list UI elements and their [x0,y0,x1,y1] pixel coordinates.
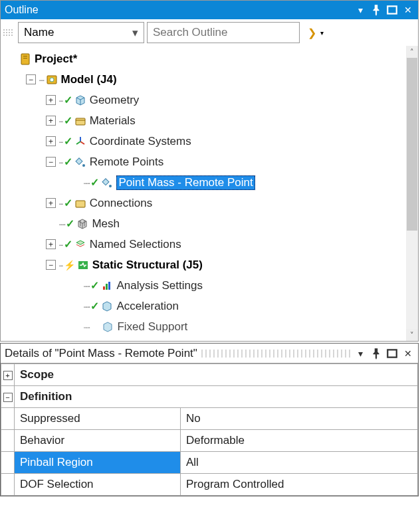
scroll-track[interactable] [406,58,418,329]
svg-rect-9 [103,178,110,185]
tree-node-geometry[interactable]: +··· ✓ Geometry [6,90,417,110]
tree-node-project[interactable]: Project* [6,49,417,69]
svg-rect-3 [23,58,27,58]
check-icon: ✓ [64,156,72,168]
menu-dropdown-icon[interactable]: ▾ [354,4,366,16]
section-scope[interactable]: + Scope [1,364,418,386]
check-icon: ✓ [66,217,74,230]
expand-toggle[interactable]: + [46,136,56,146]
behavior-key: Behavior [15,430,181,452]
outline-title: Outline [5,4,354,16]
tree-node-mesh[interactable]: ····· ✓ Mesh [6,213,417,234]
details-header: Details of "Point Mass - Remote Point" ▾… [1,344,418,363]
model-label: Model (J4) [61,73,117,86]
row-dof[interactable]: DOF Selection Program Controlled [1,474,418,496]
check-icon: ✓ [64,114,72,127]
scroll-up-icon[interactable]: ˄ [406,46,418,58]
details-title: Details of "Point Mass - Remote Point" [5,347,197,360]
remote-label: Remote Points [90,156,164,169]
tree-scrollbar[interactable]: ˄ ˅ [406,46,418,341]
analysis-icon [100,279,114,292]
filter-field-label: Name [24,26,54,39]
collapse-toggle[interactable]: − [3,393,13,402]
accel-label: Acceleration [116,300,179,313]
coord-label: Coordinate Systems [90,135,191,148]
svg-rect-2 [23,56,27,56]
tree-node-analysis[interactable]: ····· ✓ Analysis Settings [6,275,417,296]
svg-rect-15 [108,282,110,290]
row-behavior[interactable]: Behavior Deformable [1,430,418,452]
analysis-label: Analysis Settings [116,279,202,292]
geometry-icon [74,94,87,107]
tree-node-static[interactable]: −··· ⚡ Static Structural (J5) [6,255,417,275]
header-dots [201,350,350,358]
svg-point-8 [82,164,85,167]
suppressed-value[interactable]: No [181,408,418,430]
scroll-thumb[interactable] [407,58,417,231]
project-label: Project* [35,52,77,66]
section-definition[interactable]: − Definition [1,386,418,408]
svg-rect-14 [106,284,108,290]
coord-icon [74,135,87,148]
tree-container: Project* −···· Model (J4) +··· ✓ Geometr… [1,46,418,341]
grip-icon [3,25,13,41]
scroll-down-icon[interactable]: ˅ [406,329,418,341]
filter-field-select[interactable]: Name ▾ [18,22,144,43]
check-icon: ✓ [90,300,99,312]
pin-icon[interactable] [370,4,382,16]
row-suppressed[interactable]: Suppressed No [1,408,418,430]
dof-value[interactable]: Program Controlled [181,474,418,496]
details-grid: + Scope − Definition Suppressed No Behav… [1,363,418,496]
suppressed-key: Suppressed [15,408,181,430]
bolt-icon: ⚡ [64,260,75,270]
check-icon: ✓ [90,176,99,189]
expand-toggle[interactable]: + [46,116,56,126]
named-label: Named Selections [90,238,181,251]
collapse-toggle[interactable]: − [26,74,36,84]
search-input[interactable] [147,22,300,43]
tree-node-model[interactable]: −···· Model (J4) [6,69,417,90]
tree-node-remote[interactable]: −··· ✓ Remote Points [6,152,417,172]
svg-rect-7 [76,157,82,164]
expand-toggle[interactable]: + [3,371,13,380]
tree-node-named[interactable]: +··· ✓ Named Selections [6,234,417,255]
collapse-toggle[interactable]: − [46,260,56,270]
pinball-key: Pinball Region [15,452,181,474]
tree-node-coord[interactable]: +··· ✓ Coordinate Systems [6,131,417,152]
check-icon: ✓ [64,238,72,251]
definition-label: Definition [15,386,418,408]
filter-bar: Name ▾ ❯ ▾ [1,19,418,46]
svg-rect-1 [21,54,29,64]
close-icon[interactable]: ✕ [402,4,414,16]
mesh-icon [76,217,89,231]
tree-node-fixed[interactable]: ····· Fixed Support [6,316,417,337]
outline-panel: Outline ▾ ✕ Name ▾ ❯ ▾ [0,0,419,342]
connections-icon [74,197,87,210]
check-icon: ✓ [64,94,72,106]
tree-node-remote-child[interactable]: ····· ✓ Point Mass - Remote Point [6,172,417,193]
behavior-value[interactable]: Deformable [181,430,418,452]
pin-icon[interactable] [370,348,382,360]
pinball-value[interactable]: All [181,452,418,474]
row-pinball[interactable]: Pinball Region All [1,452,418,474]
dof-key: DOF Selection [15,474,181,496]
fixed-label: Fixed Support [117,320,187,334]
maximize-icon[interactable] [386,348,398,360]
tree-node-connections[interactable]: +··· ✓ Connections [6,193,417,213]
expand-toggle[interactable]: + [46,198,56,208]
tree-node-accel[interactable]: ····· ✓ Acceleration [6,296,417,316]
expand-toggle[interactable]: + [46,239,56,249]
close-icon[interactable]: ✕ [402,348,414,360]
maximize-icon[interactable] [386,4,398,16]
remote-point-icon [74,156,87,169]
check-icon: ✓ [64,197,72,209]
materials-label: Materials [90,114,136,128]
filter-more-icon[interactable]: ▾ [320,29,324,37]
svg-rect-13 [103,286,105,290]
collapse-toggle[interactable]: − [46,157,56,167]
menu-dropdown-icon[interactable]: ▾ [354,348,366,360]
check-icon: ✓ [90,279,99,292]
tree-node-materials[interactable]: +··· ✓ Materials [6,110,417,131]
filter-dropdown-icon[interactable]: ❯ [308,27,316,39]
expand-toggle[interactable]: + [46,95,56,105]
